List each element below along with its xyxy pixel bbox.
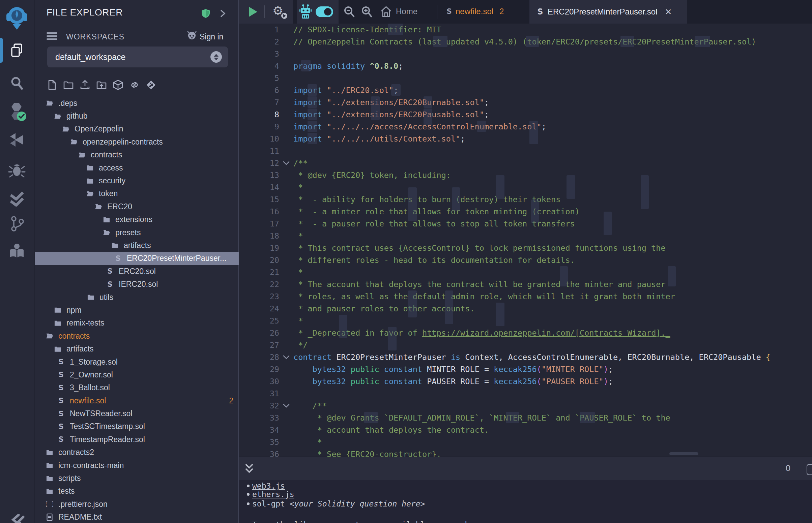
tree-item-newtsreader-sol[interactable]: SNewTSReader.sol: [35, 407, 239, 420]
tree-item-erc20presetminterpauser-[interactable]: SERC20PresetMinterPauser...: [35, 252, 239, 265]
tree-item-1-storage-sol[interactable]: S1_Storage.sol: [35, 356, 239, 368]
line-number[interactable]: 36: [239, 448, 279, 457]
tree-item-timestampreader-sol[interactable]: STimestampReader.sol: [35, 433, 239, 446]
tree-item-3-ballot-sol[interactable]: S3_Ballot.sol: [35, 381, 239, 394]
line-number[interactable]: 5: [239, 72, 279, 84]
tree-item-github[interactable]: github: [35, 109, 239, 122]
sign-in-button[interactable]: Sign in: [200, 32, 223, 41]
new-file-icon[interactable]: [47, 79, 57, 90]
tree-item-contracts[interactable]: contracts: [35, 149, 239, 161]
tree-item-utils[interactable]: utils: [35, 291, 239, 304]
line-number[interactable]: 11: [239, 145, 279, 157]
publish-box-icon[interactable]: [113, 79, 123, 90]
tree-item-contracts2[interactable]: contracts2: [35, 446, 239, 459]
tree-item-openzeppelin[interactable]: OpenZeppelin: [35, 123, 239, 136]
line-number[interactable]: 24: [239, 303, 279, 315]
close-tab-icon[interactable]: ✕: [665, 7, 672, 17]
workspace-select[interactable]: default_workspace: [47, 47, 228, 67]
terminal-entry[interactable]: web3.js: [252, 482, 285, 490]
remix-logo[interactable]: [0, 5, 34, 30]
tree-item-extensions[interactable]: extensions: [35, 213, 239, 226]
tree-item-artifacts[interactable]: artifacts: [35, 239, 239, 252]
line-number[interactable]: 12: [239, 157, 279, 169]
tree-item-contracts[interactable]: contracts: [35, 329, 239, 342]
learneth-icon[interactable]: [0, 241, 34, 261]
tree-item-ierc20-sol[interactable]: SIERC20.sol: [35, 278, 239, 290]
tree-item-presets[interactable]: presets: [35, 226, 239, 239]
fold-chevron-icon[interactable]: [279, 351, 293, 363]
zoom-in-icon[interactable]: [361, 6, 373, 19]
tree-item-erc20-sol[interactable]: SERC20.sol: [35, 265, 239, 278]
line-number[interactable]: 7: [239, 96, 279, 109]
line-number[interactable]: 33: [239, 412, 279, 424]
tree-item-artifacts[interactable]: artifacts: [35, 342, 239, 355]
tree-item-readme-txt[interactable]: README.txt: [35, 511, 239, 523]
fold-chevron-icon[interactable]: [279, 157, 293, 169]
tree-item--deps[interactable]: .deps: [35, 97, 239, 109]
line-number[interactable]: 30: [239, 375, 279, 387]
line-number[interactable]: 1: [239, 23, 279, 36]
terminal-search-input[interactable]: [807, 464, 812, 475]
line-number[interactable]: 2: [239, 36, 279, 48]
line-number[interactable]: 3: [239, 48, 279, 60]
tree-item-testsctimestamp-sol[interactable]: STestSCTimestamp.sol: [35, 420, 239, 433]
terminal-output[interactable]: web3.jsethers.jssol-gpt <your Solidity q…: [239, 480, 812, 523]
tree-item-remix-tests[interactable]: remix-tests: [35, 317, 239, 329]
line-number[interactable]: 25: [239, 315, 279, 327]
deploy-and-run-icon[interactable]: [0, 131, 34, 150]
tree-item-2-owner-sol[interactable]: S2_Owner.sol: [35, 368, 239, 381]
line-number[interactable]: 14: [239, 181, 279, 194]
line-number[interactable]: 19: [239, 242, 279, 254]
hamburger-menu-icon[interactable]: [47, 32, 57, 40]
line-number[interactable]: 32: [239, 400, 279, 412]
terminal-entry[interactable]: ethers.js: [252, 490, 294, 499]
new-folder-icon[interactable]: [63, 79, 74, 90]
horizontal-scrollbar[interactable]: [669, 452, 699, 455]
run-script-icon[interactable]: [249, 7, 257, 17]
ai-toggle[interactable]: [316, 6, 333, 17]
tree-item-security[interactable]: security: [35, 174, 239, 187]
search-icon[interactable]: [0, 74, 34, 92]
code-editor[interactable]: 1// SPDX-License-Identifier: MIT2// Open…: [239, 23, 812, 457]
zoom-out-icon[interactable]: [343, 6, 355, 19]
line-number[interactable]: 17: [239, 218, 279, 230]
tab-home[interactable]: Home: [396, 7, 418, 16]
line-number[interactable]: 26: [239, 327, 279, 339]
line-number[interactable]: 22: [239, 278, 279, 290]
link-icon[interactable]: [129, 79, 140, 90]
line-number[interactable]: 20: [239, 254, 279, 266]
tree-item-access[interactable]: access: [35, 161, 239, 174]
ai-robot-icon[interactable]: [299, 4, 312, 20]
upload-folder-icon[interactable]: [96, 79, 107, 90]
upload-file-icon[interactable]: [80, 79, 90, 90]
line-number[interactable]: 16: [239, 205, 279, 218]
workspace-stepper-icon[interactable]: [210, 51, 222, 63]
tree-item-token[interactable]: token: [35, 187, 239, 200]
tree-item-scripts[interactable]: scripts: [35, 472, 239, 485]
tree-item-icm-contracts-main[interactable]: icm-contracts-main: [35, 459, 239, 472]
line-number[interactable]: 35: [239, 436, 279, 448]
line-number[interactable]: 6: [239, 84, 279, 96]
line-number[interactable]: 23: [239, 290, 279, 303]
line-number[interactable]: 18: [239, 230, 279, 242]
debugger-icon[interactable]: [0, 160, 34, 179]
line-number[interactable]: 28: [239, 351, 279, 363]
expand-terminal-icon[interactable]: [244, 463, 254, 475]
tree-item-npm[interactable]: npm: [35, 304, 239, 317]
line-number[interactable]: 34: [239, 424, 279, 436]
line-number[interactable]: 21: [239, 266, 279, 278]
tree-item-tests[interactable]: tests: [35, 485, 239, 498]
collapse-rail-icon[interactable]: [0, 513, 34, 523]
line-number[interactable]: 15: [239, 194, 279, 205]
tree-item-newfile-sol[interactable]: Snewfile.sol2: [35, 394, 239, 407]
git-icon[interactable]: [0, 214, 34, 233]
tree-item-openzeppelin-contracts[interactable]: openzeppelin-contracts: [35, 136, 239, 148]
line-number[interactable]: 31: [239, 387, 279, 400]
line-number[interactable]: 13: [239, 169, 279, 181]
tab-active[interactable]: S ERC20PresetMinterPauser.sol ✕: [529, 0, 687, 23]
line-number[interactable]: 4: [239, 60, 279, 72]
line-number[interactable]: 8: [239, 109, 279, 121]
home-icon[interactable]: [381, 5, 392, 18]
file-explorer-icon[interactable]: [0, 41, 34, 60]
unit-testing-icon[interactable]: [0, 190, 34, 208]
